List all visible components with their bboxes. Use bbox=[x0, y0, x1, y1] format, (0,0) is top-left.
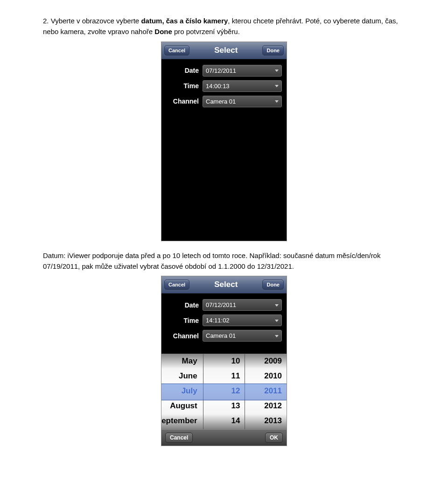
picker-year-item: 2009 bbox=[264, 354, 282, 369]
done-button[interactable]: Done bbox=[262, 279, 284, 290]
intro-bold-1: datum, čas a číslo kamery bbox=[141, 17, 228, 25]
form-area: Date 07/12/2011 Time 14:11:02 Channel Ca… bbox=[161, 293, 287, 349]
picker-month-item: July bbox=[182, 384, 197, 398]
picker-ok-button[interactable]: OK bbox=[265, 433, 283, 443]
screenshot-select-2: Cancel Select Done Date 07/12/2011 Time … bbox=[161, 276, 287, 446]
empty-space bbox=[161, 115, 287, 241]
label-time: Time bbox=[166, 317, 203, 324]
field-channel[interactable]: Camera 01 bbox=[203, 96, 282, 107]
label-channel: Channel bbox=[166, 332, 203, 340]
row-channel: Channel Camera 01 bbox=[166, 330, 282, 342]
picker-month-item: September bbox=[161, 413, 197, 428]
row-time: Time 14:00:13 bbox=[166, 80, 282, 92]
nav-title: Select bbox=[214, 46, 238, 55]
picker-year-column[interactable]: 2009 2010 2011 2012 2013 bbox=[245, 354, 287, 429]
picker-toolbar: Cancel OK bbox=[161, 429, 287, 446]
picker-day-item: 14 bbox=[231, 413, 240, 428]
picker-day-item: 12 bbox=[231, 384, 240, 398]
field-date[interactable]: 07/12/2011 bbox=[203, 299, 282, 311]
row-date: Date 07/12/2011 bbox=[166, 299, 282, 311]
label-date: Date bbox=[166, 301, 203, 309]
picker-cancel-button[interactable]: Cancel bbox=[165, 433, 193, 443]
picker-year-item: 2013 bbox=[264, 413, 282, 428]
date-picker[interactable]: May June July August September 10 11 12 … bbox=[161, 354, 287, 429]
nav-title: Select bbox=[214, 280, 238, 289]
intro-prefix: 2. Vyberte v obrazovce vyberte bbox=[43, 17, 141, 25]
row-channel: Channel Camera 01 bbox=[166, 96, 282, 107]
picker-month-item: August bbox=[170, 398, 197, 413]
picker-year-item: 2010 bbox=[264, 369, 282, 384]
cancel-button[interactable]: Cancel bbox=[164, 279, 189, 290]
intro-suffix: pro potvrzení výběru. bbox=[172, 28, 240, 35]
cancel-button[interactable]: Cancel bbox=[164, 45, 189, 56]
picker-year-item: 2011 bbox=[264, 384, 282, 398]
navbar: Cancel Select Done bbox=[161, 276, 287, 293]
picker-day-item: 11 bbox=[231, 369, 240, 384]
picker-day-item: 13 bbox=[231, 398, 240, 413]
intro-bold-2: Done bbox=[154, 28, 172, 35]
spacer bbox=[161, 349, 287, 354]
form-area: Date 07/12/2011 Time 14:00:13 Channel Ca… bbox=[161, 59, 287, 115]
instruction-paragraph-2: Datum: iViewer podporuje data před a po … bbox=[43, 250, 405, 272]
row-date: Date 07/12/2011 bbox=[166, 65, 282, 77]
label-time: Time bbox=[166, 82, 203, 90]
done-button[interactable]: Done bbox=[262, 45, 284, 56]
label-date: Date bbox=[166, 67, 203, 74]
field-time[interactable]: 14:11:02 bbox=[203, 314, 282, 326]
picker-month-column[interactable]: May June July August September bbox=[161, 354, 203, 429]
screenshot-select-1: Cancel Select Done Date 07/12/2011 Time … bbox=[161, 42, 287, 241]
navbar: Cancel Select Done bbox=[161, 42, 287, 59]
instruction-paragraph-1: 2. Vyberte v obrazovce vyberte datum, ča… bbox=[43, 15, 405, 37]
picker-month-item: June bbox=[179, 369, 197, 384]
field-time[interactable]: 14:00:13 bbox=[203, 80, 282, 92]
picker-day-item: 10 bbox=[231, 354, 240, 369]
field-date[interactable]: 07/12/2011 bbox=[203, 65, 282, 77]
field-channel[interactable]: Camera 01 bbox=[203, 330, 282, 342]
picker-day-column[interactable]: 10 11 12 13 14 bbox=[203, 354, 245, 429]
row-time: Time 14:11:02 bbox=[166, 314, 282, 326]
picker-year-item: 2012 bbox=[264, 398, 282, 413]
label-channel: Channel bbox=[166, 98, 203, 105]
picker-month-item: May bbox=[182, 354, 197, 369]
